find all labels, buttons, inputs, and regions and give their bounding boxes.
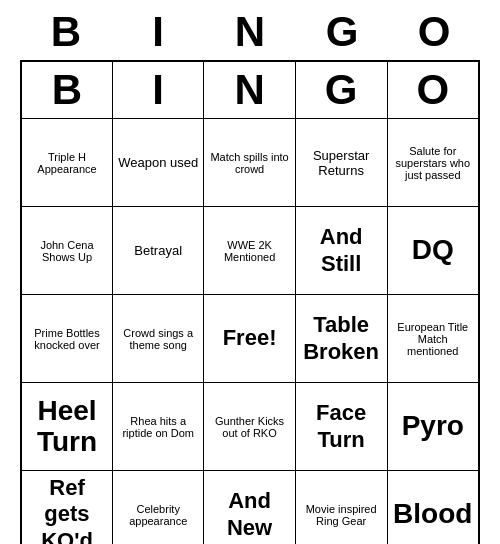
bingo-cell: John Cena Shows Up xyxy=(21,207,112,295)
bingo-cell: DQ xyxy=(387,207,479,295)
bingo-letter: G xyxy=(319,8,365,56)
bingo-cell: Prime Bottles knocked over xyxy=(21,295,112,383)
bingo-cell: Match spills into crowd xyxy=(204,119,295,207)
bingo-cell: Free! xyxy=(204,295,295,383)
bingo-cell: Ref gets KO'd xyxy=(21,471,112,545)
bingo-cell: Heel Turn xyxy=(21,383,112,471)
bingo-cell: Betrayal xyxy=(112,207,203,295)
bingo-letter: I xyxy=(135,8,181,56)
bingo-cell: Weapon used xyxy=(112,119,203,207)
col-header: N xyxy=(204,61,295,119)
table-row: Triple H AppearanceWeapon usedMatch spil… xyxy=(21,119,479,207)
bingo-cell: WWE 2K Mentioned xyxy=(204,207,295,295)
bingo-grid: BINGO Triple H AppearanceWeapon usedMatc… xyxy=(20,60,480,544)
bingo-cell: Table Broken xyxy=(295,295,387,383)
bingo-cell: Gunther Kicks out of RKO xyxy=(204,383,295,471)
col-header: G xyxy=(295,61,387,119)
col-header: I xyxy=(112,61,203,119)
bingo-letter: O xyxy=(411,8,457,56)
table-row: Heel TurnRhea hits a riptide on DomGunth… xyxy=(21,383,479,471)
bingo-cell: And Still xyxy=(295,207,387,295)
table-row: Ref gets KO'dCelebrity appearanceAnd New… xyxy=(21,471,479,545)
bingo-cell: European Title Match mentioned xyxy=(387,295,479,383)
bingo-cell: Movie inspired Ring Gear xyxy=(295,471,387,545)
bingo-cell: Pyro xyxy=(387,383,479,471)
bingo-cell: Rhea hits a riptide on Dom xyxy=(112,383,203,471)
col-header: B xyxy=(21,61,112,119)
bingo-cell: Face Turn xyxy=(295,383,387,471)
header-row: BINGO xyxy=(21,61,479,119)
bingo-cell: Triple H Appearance xyxy=(21,119,112,207)
bingo-letter: N xyxy=(227,8,273,56)
bingo-header: BINGO xyxy=(20,0,480,60)
col-header: O xyxy=(387,61,479,119)
table-row: Prime Bottles knocked overCrowd sings a … xyxy=(21,295,479,383)
bingo-cell: Celebrity appearance xyxy=(112,471,203,545)
bingo-cell: Superstar Returns xyxy=(295,119,387,207)
bingo-cell: And New xyxy=(204,471,295,545)
table-row: John Cena Shows UpBetrayalWWE 2K Mention… xyxy=(21,207,479,295)
bingo-cell: Crowd sings a theme song xyxy=(112,295,203,383)
bingo-cell: Blood xyxy=(387,471,479,545)
bingo-cell: Salute for superstars who just passed xyxy=(387,119,479,207)
bingo-letter: B xyxy=(43,8,89,56)
